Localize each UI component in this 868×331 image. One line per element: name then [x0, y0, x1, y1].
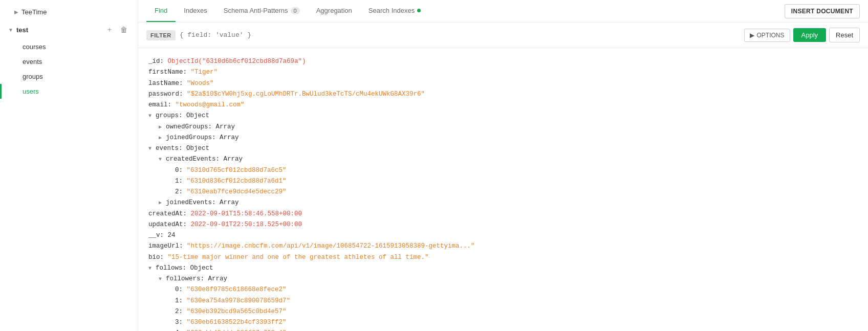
- field-firstname: firstName : "Tiger": [148, 67, 858, 78]
- db-row[interactable]: ▼ test ＋ 🗑: [0, 20, 138, 39]
- sidebar-item-courses[interactable]: courses: [0, 39, 138, 54]
- ownedgroups-collapse-icon[interactable]: ▶: [159, 123, 166, 131]
- main-content: Find Indexes Schema Anti-Patterns 0 Aggr…: [138, 0, 868, 331]
- v-value: 24: [168, 230, 176, 241]
- groups-collapse-icon[interactable]: ▼: [148, 112, 156, 120]
- db-actions: ＋ 🗑: [104, 24, 129, 35]
- createdat-value: 2022-09-01T15:58:46.558+00:00: [191, 209, 302, 219]
- field-password: password : "$2a$10$cYW0hj5xg.cgLoUMhDRTr…: [148, 89, 858, 100]
- field-createdevents-1: 1 : "6310d836cf012cbd88d7a6d1": [148, 176, 858, 187]
- follows-collapse-icon[interactable]: ▼: [148, 264, 156, 273]
- tab-indexes[interactable]: Indexes: [176, 0, 215, 22]
- field-updatedat: updatedAt : 2022-09-01T22:50:18.525+00:0…: [148, 219, 858, 230]
- createdevents-type: Array: [224, 154, 243, 165]
- createdevents-key: createdEvents: [166, 154, 216, 165]
- joinedevents-type: Array: [220, 197, 239, 208]
- db-chevron-icon: ▼: [8, 27, 13, 33]
- field-ownedgroups: ▶ ownedGroups : Array: [148, 122, 858, 133]
- ownedgroups-type: Array: [216, 122, 235, 133]
- tab-find[interactable]: Find: [146, 0, 176, 22]
- app-name-label: TeeTime: [21, 8, 47, 16]
- id-value: ObjectId("6310d6b6cf012cbd88d7a69a"): [168, 56, 306, 67]
- updatedat-value: 2022-09-01T22:50:18.525+00:00: [191, 219, 302, 230]
- field-joinedevents: ▶ joinedEvents : Array: [148, 197, 858, 208]
- field-createdevents-0: 0 : "6310d765cf012cbd88d7a6c5": [148, 165, 858, 176]
- v-key: __v: [148, 230, 160, 241]
- followers-3-key: 3: [175, 317, 179, 328]
- groups-key: groups: [156, 111, 179, 121]
- options-button[interactable]: ▶ OPTIONS: [744, 29, 790, 42]
- createdevents-0-value: "6310d765cf012cbd88d7a6c5": [187, 165, 287, 176]
- tab-schema-anti-patterns[interactable]: Schema Anti-Patterns 0: [215, 0, 308, 22]
- delete-db-button[interactable]: 🗑: [118, 25, 129, 35]
- lastname-key: lastName: [148, 78, 179, 89]
- filter-bar-right: ▶ OPTIONS Apply Reset: [744, 28, 860, 42]
- field-id: _id : ObjectId("6310d6b6cf012cbd88d7a69a…: [148, 56, 858, 67]
- groups-type: Object: [186, 111, 209, 121]
- ownedgroups-key: ownedGroups: [166, 122, 208, 133]
- reset-button[interactable]: Reset: [829, 28, 860, 42]
- followers-2-key: 2: [175, 306, 179, 317]
- insert-document-button[interactable]: INSERT DOCUMENT: [785, 4, 860, 18]
- joinedgroups-collapse-icon[interactable]: ▶: [159, 134, 166, 142]
- field-events: ▼ events : Object: [148, 143, 858, 154]
- field-groups: ▼ groups : Object: [148, 111, 858, 121]
- filter-input[interactable]: [180, 31, 741, 39]
- createdevents-collapse-icon[interactable]: ▼: [159, 155, 166, 164]
- field-createdevents-2: 2 : "6310eab7fce9dcd4e5decc29": [148, 187, 858, 197]
- joinedevents-collapse-icon[interactable]: ▶: [159, 198, 166, 207]
- joinedgroups-key: joinedGroups: [166, 133, 212, 143]
- followers-4-value: "630ebb48ddda036f67e723c4": [187, 328, 287, 331]
- followers-1-key: 1: [175, 296, 179, 306]
- field-createdevents: ▼ createdEvents : Array: [148, 154, 858, 165]
- bio-key: bio: [148, 252, 160, 263]
- firstname-key: firstName: [148, 67, 183, 78]
- sidebar: ▶ TeeTime ▼ test ＋ 🗑 courses events grou…: [0, 0, 138, 331]
- joinedgroups-type: Array: [220, 133, 239, 143]
- db-name: ▼ test: [8, 26, 28, 34]
- app-chevron-icon: ▶: [14, 9, 18, 15]
- createdat-key: createdAt: [148, 209, 183, 219]
- createdevents-2-value: "6310eab7fce9dcd4e5decc29": [187, 187, 287, 197]
- sidebar-item-events[interactable]: events: [0, 54, 138, 69]
- events-type: Object: [186, 143, 209, 154]
- field-v: __v : 24: [148, 230, 858, 241]
- tab-search-indexes[interactable]: Search Indexes: [360, 0, 429, 22]
- imageurl-key: imageUrl: [148, 241, 179, 252]
- email-key: email: [148, 100, 168, 111]
- events-key: events: [156, 143, 179, 154]
- document-content: _id : ObjectId("6310d6b6cf012cbd88d7a69a…: [138, 48, 868, 331]
- firstname-value: "Tiger": [191, 67, 218, 78]
- followers-type: Array: [208, 274, 228, 284]
- sidebar-item-groups[interactable]: groups: [0, 69, 138, 84]
- createdevents-0-key: 0: [175, 165, 179, 176]
- events-collapse-icon[interactable]: ▼: [148, 144, 156, 153]
- follows-key: follows: [156, 263, 183, 274]
- field-followers-3: 3 : "630eb61638522b4cf3393ff2": [148, 317, 858, 328]
- bio-value: "15-time major winner and one of the gre…: [168, 252, 429, 263]
- tab-aggregation[interactable]: Aggregation: [308, 0, 360, 22]
- followers-0-value: "630e8f9785c618668e8fece2": [187, 284, 287, 295]
- sidebar-item-users[interactable]: users: [0, 84, 138, 99]
- field-followers-4: 4 : "630ebb48ddda036f67e723c4": [148, 328, 858, 331]
- followers-collapse-icon[interactable]: ▼: [159, 275, 166, 283]
- createdevents-1-value: "6310d836cf012cbd88d7a6d1": [187, 176, 287, 187]
- password-key: password: [148, 89, 179, 100]
- createdevents-2-key: 2: [175, 187, 179, 197]
- password-value: "$2a$10$cYW0hj5xg.cgLoUMhDRTr.BwUlud3keT…: [187, 89, 425, 100]
- apply-button[interactable]: Apply: [793, 28, 827, 42]
- filter-bar: FILTER ▶ OPTIONS Apply Reset: [138, 23, 868, 48]
- filter-label: FILTER: [146, 30, 176, 40]
- email-value: "twoods@gmail.com": [176, 100, 245, 111]
- followers-2-value: "630eb392bcd9a565c0bd4e57": [187, 306, 287, 317]
- updatedat-key: updatedAt: [148, 219, 183, 230]
- field-imageurl: imageUrl : "https://image.cnbcfm.com/api…: [148, 241, 858, 252]
- field-followers-0: 0 : "630e8f9785c618668e8fece2": [148, 284, 858, 295]
- add-collection-button[interactable]: ＋: [104, 24, 115, 35]
- tabs-left: Find Indexes Schema Anti-Patterns 0 Aggr…: [146, 0, 429, 22]
- createdevents-1-key: 1: [175, 176, 179, 187]
- joinedevents-key: joinedEvents: [166, 197, 212, 208]
- imageurl-value: "https://image.cnbcfm.com/api/v1/image/1…: [187, 241, 475, 252]
- app-name[interactable]: ▶ TeeTime: [0, 0, 138, 20]
- field-lastname: lastName : "Woods": [148, 78, 858, 89]
